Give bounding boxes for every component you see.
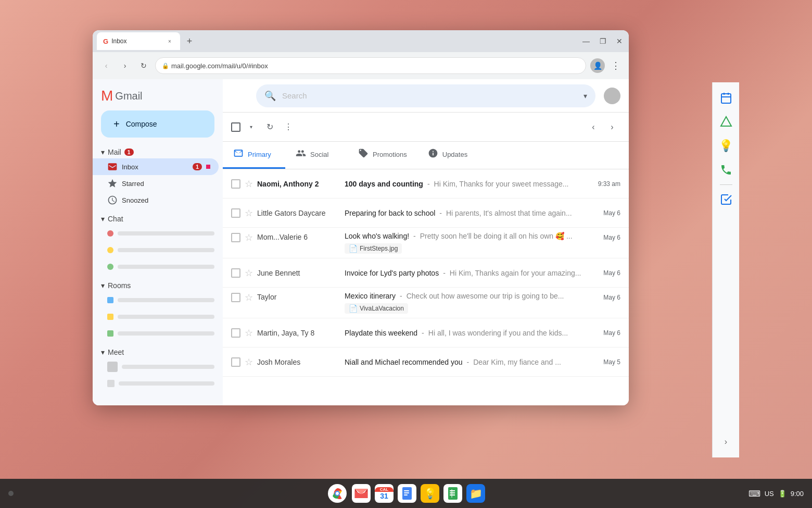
meet-section-header[interactable]: ▾ Meet xyxy=(93,346,223,358)
email-checkbox-2[interactable] xyxy=(231,208,240,218)
keep-taskbar-icon[interactable]: 💡 xyxy=(421,484,439,503)
table-row[interactable]: ☆ Little Gators Daycare Preparing for ba… xyxy=(223,199,629,228)
sidebar-item-starred[interactable]: Starred xyxy=(93,175,223,192)
address-input[interactable]: 🔒 mail.google.com/mail/u/0/#inbox xyxy=(155,57,586,74)
email-checkbox-5[interactable] xyxy=(231,293,240,302)
files-taskbar-icon[interactable]: 📁 xyxy=(466,484,485,503)
select-all-checkbox[interactable] xyxy=(231,122,240,132)
email-subject-6: Playdate this weekend xyxy=(345,329,417,337)
header-avatar[interactable] xyxy=(604,88,620,104)
gmail-sidebar: M Gmail + Compose ▾ Mail 1 xyxy=(93,79,223,405)
meet-item-1[interactable] xyxy=(93,358,223,375)
email-star-2[interactable]: ☆ xyxy=(245,207,253,219)
email-star-3[interactable]: ☆ xyxy=(245,232,253,243)
email-sender-4: June Bennett xyxy=(257,269,340,277)
tab-updates[interactable]: Updates xyxy=(417,142,480,169)
close-btn[interactable]: ✕ xyxy=(614,36,625,46)
search-bar[interactable]: 🔍 Search ▾ xyxy=(256,84,595,107)
refresh-btn[interactable]: ↻ xyxy=(136,58,151,73)
meet-icon-1 xyxy=(107,362,118,372)
tab-promotions[interactable]: Promotions xyxy=(348,142,417,169)
calendar-panel-icon[interactable] xyxy=(715,86,738,109)
more-options-btn[interactable]: ⋮ xyxy=(280,119,297,135)
room-item-1[interactable] xyxy=(93,292,223,308)
room-item-3[interactable] xyxy=(93,325,223,342)
email-star-1[interactable]: ☆ xyxy=(245,178,253,190)
battery-icon: 🔋 xyxy=(778,490,786,498)
email-subject-5: Mexico itinerary xyxy=(345,292,396,300)
new-tab-btn[interactable]: + xyxy=(182,34,197,48)
promotions-tab-label: Promotions xyxy=(373,151,407,158)
email-sender-2: Little Gators Daycare xyxy=(257,209,340,217)
meet-item-2[interactable] xyxy=(93,375,223,392)
expand-panel-btn[interactable]: › xyxy=(715,430,738,453)
tab-close-btn[interactable]: × xyxy=(166,37,174,45)
maximize-btn[interactable]: ❐ xyxy=(598,36,608,46)
chat-item-1[interactable] xyxy=(93,225,223,242)
email-checkbox-3[interactable] xyxy=(231,233,240,242)
room-text-3 xyxy=(118,331,214,336)
table-row[interactable]: ☆ June Bennett Invoice for Lyd's party p… xyxy=(223,258,629,288)
forward-btn[interactable]: › xyxy=(118,58,132,73)
minimize-btn[interactable]: — xyxy=(581,36,591,46)
table-row[interactable]: ☆ Martin, Jaya, Ty 8 Playdate this weeke… xyxy=(223,318,629,348)
search-dropdown-icon[interactable]: ▾ xyxy=(583,92,587,100)
contacts-panel-icon[interactable] xyxy=(715,158,738,181)
room-text-2 xyxy=(118,315,214,319)
gmail-taskbar-icon[interactable] xyxy=(352,484,371,503)
email-star-6[interactable]: ☆ xyxy=(245,327,253,339)
docs-taskbar-icon[interactable] xyxy=(398,484,416,503)
sidebar-item-inbox[interactable]: Inbox 1 xyxy=(93,158,219,175)
email-checkbox-4[interactable] xyxy=(231,268,240,278)
email-checkbox-7[interactable] xyxy=(231,357,240,367)
select-dropdown-btn[interactable]: ▾ xyxy=(243,119,259,135)
email-checkbox-1[interactable] xyxy=(231,179,240,189)
compose-plus-icon: + xyxy=(113,118,120,130)
chat-item-2[interactable] xyxy=(93,242,223,258)
chat-item-3[interactable] xyxy=(93,258,223,275)
table-row[interactable]: ☆ Naomi, Anthony 2 100 days and counting… xyxy=(223,169,629,199)
inbox-badge: 1 xyxy=(193,163,202,170)
taskbar-status-dot xyxy=(8,491,14,496)
email-star-4[interactable]: ☆ xyxy=(245,267,253,279)
email-date-1: 9:33 am xyxy=(589,180,620,188)
chat-section-header[interactable]: ▾ Chat xyxy=(93,213,223,225)
taskbar: CAL 31 💡 📁 ⌨ US 🔋 9:00 xyxy=(0,479,812,508)
email-subject-7: Niall and Michael recommended you xyxy=(345,358,462,366)
tab-social[interactable]: Social xyxy=(285,142,348,169)
email-star-5[interactable]: ☆ xyxy=(245,292,253,303)
snoozed-label: Snoozed xyxy=(122,196,214,204)
refresh-btn[interactable]: ↻ xyxy=(261,119,278,135)
email-content-7: Niall and Michael recommended you - Dear… xyxy=(345,358,585,366)
next-page-btn[interactable]: › xyxy=(604,119,620,135)
table-row[interactable]: ☆ Mom...Valerie 6 Look who's walking! - … xyxy=(223,228,629,258)
drive-panel-icon[interactable] xyxy=(715,110,738,133)
sidebar-item-snoozed[interactable]: Snoozed xyxy=(93,192,223,208)
profile-avatar[interactable]: 👤 xyxy=(590,58,605,73)
prev-page-btn[interactable]: ‹ xyxy=(585,119,602,135)
table-row[interactable]: ☆ Taylor Mexico itinerary - Check out ho… xyxy=(223,288,629,318)
keep-panel-icon[interactable]: 💡 xyxy=(715,134,738,157)
rooms-section-header[interactable]: ▾ Rooms xyxy=(93,279,223,292)
tab-primary[interactable]: Primary xyxy=(223,142,285,169)
tasks-panel-icon[interactable] xyxy=(715,188,738,211)
chrome-taskbar-icon[interactable] xyxy=(327,483,348,504)
calendar-taskbar-icon[interactable]: CAL 31 xyxy=(375,484,394,503)
email-preview-2: Hi parents, It's almost that time again.… xyxy=(446,209,572,217)
email-content-5: Mexico itinerary - Check out how awesome… xyxy=(345,292,585,314)
starred-icon xyxy=(107,178,118,189)
browser-menu-btn[interactable]: ⋮ xyxy=(609,58,623,73)
mail-section-header[interactable]: ▾ Mail 1 xyxy=(93,146,223,158)
email-star-7[interactable]: ☆ xyxy=(245,356,253,368)
email-checkbox-6[interactable] xyxy=(231,328,240,338)
room-item-2[interactable] xyxy=(93,308,223,325)
sheets-taskbar-icon[interactable] xyxy=(443,484,462,503)
email-sender-5: Taylor xyxy=(257,293,340,301)
table-row[interactable]: ☆ Josh Morales Niall and Michael recomme… xyxy=(223,348,629,377)
locale-label: US xyxy=(765,490,774,498)
compose-button[interactable]: + Compose xyxy=(101,110,214,138)
right-panel: 💡 › xyxy=(712,82,739,457)
browser-tab[interactable]: G Inbox × xyxy=(97,32,180,50)
email-subject-4: Invoice for Lyd's party photos xyxy=(345,269,439,277)
back-btn[interactable]: ‹ xyxy=(99,58,113,73)
